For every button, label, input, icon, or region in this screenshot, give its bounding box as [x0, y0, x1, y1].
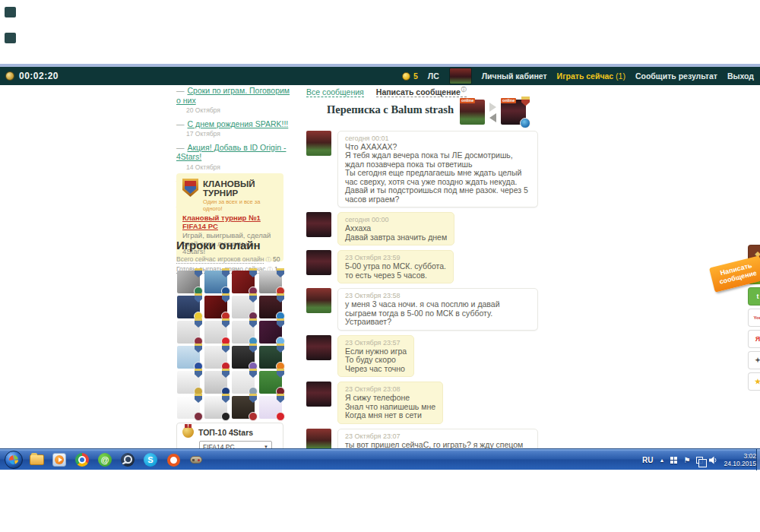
- player-avatar[interactable]: [177, 271, 200, 293]
- player-avatar[interactable]: [177, 346, 200, 369]
- player-avatar[interactable]: [177, 396, 200, 419]
- message-bubble: сегодня 00:01Что АХАХАХ?Я тебя ждал вече…: [337, 131, 538, 208]
- clan-shield-badge: [277, 268, 284, 277]
- skype-button[interactable]: S: [139, 450, 162, 470]
- player-avatar[interactable]: [232, 346, 255, 369]
- tournament-link[interactable]: Клановый турнир №1 FIFA14 PC: [182, 214, 277, 230]
- player-avatar[interactable]: [232, 271, 255, 293]
- players-total-link[interactable]: Всего сейчас игроков онлайн: [176, 255, 264, 264]
- flag-icon[interactable]: ⚑: [683, 456, 690, 464]
- player-avatar[interactable]: [232, 396, 255, 419]
- player-avatar[interactable]: [259, 371, 282, 394]
- message-row: 23 Октября 23:08Я сижу телефонеЗнал что …: [306, 382, 549, 424]
- steam-icon: [121, 453, 135, 467]
- online-badge: online: [501, 98, 516, 103]
- tab-all-messages[interactable]: Все сообщения: [306, 87, 364, 97]
- tray-date: 24.10.2015: [724, 460, 756, 467]
- star-bonus-icon[interactable]: ★: [748, 372, 760, 391]
- nav-private-messages[interactable]: ЛС: [428, 71, 439, 81]
- message-author-avatar[interactable]: [306, 429, 331, 449]
- player-avatar[interactable]: [204, 371, 227, 394]
- arrow-left-icon[interactable]: [489, 113, 496, 122]
- origin-button[interactable]: [162, 450, 185, 470]
- clock-tray[interactable]: 3:02 24.10.2015: [724, 452, 756, 467]
- explorer-button[interactable]: [25, 450, 48, 470]
- games-button[interactable]: [185, 450, 207, 470]
- message-author-avatar[interactable]: [306, 382, 331, 407]
- youtube-icon[interactable]: You: [748, 309, 760, 327]
- language-indicator[interactable]: RU: [642, 456, 653, 464]
- user-avatar[interactable]: [449, 68, 472, 84]
- yandex-icon[interactable]: Я: [748, 330, 760, 348]
- tab-write-message[interactable]: Написать сообщениеⓘ: [376, 86, 467, 97]
- tray-expand-icon[interactable]: ▲: [660, 458, 665, 463]
- player-avatar[interactable]: [177, 296, 200, 318]
- coins-balance[interactable]: 5: [402, 71, 418, 81]
- dash-bullet: —: [176, 119, 185, 128]
- chrome-icon: [75, 453, 89, 467]
- arrow-right-icon[interactable]: [489, 103, 496, 112]
- player-avatar[interactable]: [259, 346, 282, 369]
- news-link[interactable]: Сроки по играм. Поговорим о них: [176, 86, 290, 105]
- player-avatar[interactable]: [259, 396, 282, 419]
- windows-update-icon[interactable]: [696, 457, 703, 464]
- player-avatar[interactable]: [232, 371, 255, 394]
- player-avatar[interactable]: [204, 296, 227, 318]
- message-text: то есть через 5 часов.: [345, 271, 446, 280]
- player-avatar[interactable]: [177, 321, 200, 344]
- message-author-avatar[interactable]: [306, 212, 331, 237]
- message-bubble: 23 Октября 23:07ты вот пришел сейчаС, го…: [337, 429, 538, 449]
- chat-tabs: Все сообщения Написать сообщениеⓘ: [306, 86, 549, 97]
- clan-shield-badge: [277, 394, 284, 403]
- mailru-agent-button[interactable]: @: [93, 450, 116, 470]
- news-link[interactable]: Акция! Добавь в ID Origin - 4Stars!: [176, 143, 286, 162]
- clan-shield-badge: [195, 293, 202, 302]
- opponent-avatar[interactable]: online: [460, 100, 485, 125]
- clan-shield-badge: [249, 394, 257, 403]
- volume-icon[interactable]: [709, 456, 717, 464]
- message-text: Давай и ты подстроишься под мне разок. ч…: [345, 186, 530, 204]
- chrome-button[interactable]: [71, 450, 93, 470]
- windows-start-icon: [5, 451, 23, 469]
- clan-shield-badge: [195, 318, 202, 328]
- nav-play-now[interactable]: Играть сейчас (1): [557, 71, 625, 81]
- message-row: 23 Октября 23:07ты вот пришел сейчаС, го…: [306, 429, 549, 449]
- message-author-avatar[interactable]: [306, 288, 331, 313]
- player-avatar[interactable]: [259, 321, 282, 344]
- player-avatar[interactable]: [259, 296, 282, 318]
- player-avatar[interactable]: [232, 296, 255, 318]
- tournament-subtitle: Один за всех и все за одного!: [203, 198, 277, 212]
- player-avatar[interactable]: [259, 271, 282, 293]
- nav-report-result[interactable]: Сообщить результат: [635, 71, 717, 81]
- player-avatar[interactable]: [204, 396, 227, 419]
- action-center-icon[interactable]: [670, 457, 677, 464]
- top10-title: ТОП-10 4Stars: [198, 428, 253, 437]
- desktop-icon[interactable]: [5, 33, 16, 43]
- message-bubble: 23 Октября 23:08Я сижу телефонеЗнал что …: [337, 382, 443, 424]
- media-player-button[interactable]: [48, 450, 71, 470]
- player-avatar[interactable]: [204, 271, 227, 293]
- folder-icon: [30, 454, 44, 465]
- start-button[interactable]: [2, 450, 25, 470]
- clan-shield-badge: [195, 268, 202, 277]
- player-avatar[interactable]: [204, 321, 227, 344]
- show-desktop-button[interactable]: [756, 449, 760, 470]
- message-author-avatar[interactable]: [306, 250, 331, 275]
- nav-logout[interactable]: Выход: [727, 71, 754, 81]
- nav-personal-cabinet[interactable]: Личный кабинет: [482, 71, 547, 81]
- nav-play-now-label: Играть сейчас: [557, 71, 614, 81]
- twitter-icon[interactable]: t: [748, 287, 760, 306]
- steam-button[interactable]: [116, 450, 139, 470]
- player-avatar[interactable]: [232, 321, 255, 344]
- player-avatar[interactable]: [177, 371, 200, 394]
- own-avatar[interactable]: online: [501, 100, 526, 125]
- message-row: 23 Октября 23:58у меня 3 часа ночи. я сч…: [306, 288, 549, 331]
- shop-icon[interactable]: ✦: [748, 351, 760, 369]
- news-item: —С днем рождения SPARK!!!17 Октября: [176, 119, 290, 139]
- news-link[interactable]: С днем рождения SPARK!!!: [188, 119, 289, 128]
- desktop-icon[interactable]: [5, 7, 16, 17]
- tray-time: 3:02: [724, 452, 756, 460]
- message-author-avatar[interactable]: [306, 131, 331, 156]
- player-avatar[interactable]: [204, 346, 227, 369]
- message-author-avatar[interactable]: [306, 335, 331, 360]
